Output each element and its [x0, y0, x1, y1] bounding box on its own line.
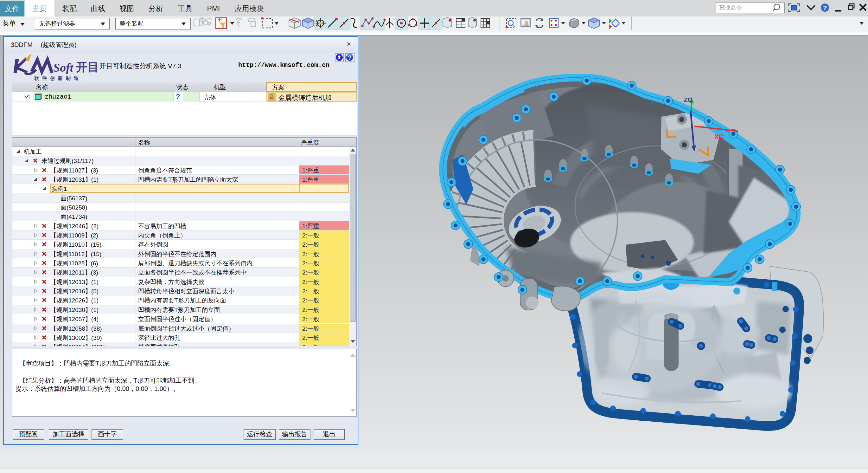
svg-text:ZC: ZC — [684, 96, 692, 104]
svg-text:Soft: Soft — [53, 61, 74, 74]
svg-text:软件创新制造: 软件创新制造 — [34, 76, 82, 81]
svg-text:开目: 开目 — [76, 61, 99, 73]
svg-text:XC: XC — [714, 133, 723, 140]
svg-text:?: ? — [823, 4, 827, 11]
svg-text:?: ? — [348, 55, 352, 61]
